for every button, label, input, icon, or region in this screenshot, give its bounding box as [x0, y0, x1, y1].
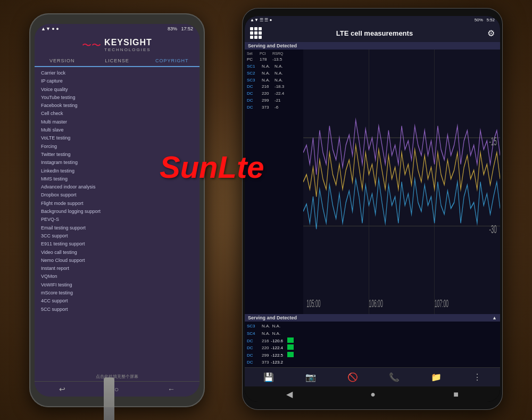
- lte-upper-section: SetPCIRSRQ PC178-13.5SC1N.A.N.A.SC2N.A.N…: [245, 50, 500, 314]
- feature-item: Multi master: [39, 118, 195, 126]
- lte-table-row: PC178-13.5: [247, 56, 301, 63]
- tab-license[interactable]: LICENSE: [89, 55, 144, 66]
- svg-text:107:00: 107:00: [435, 298, 448, 309]
- disable-icon[interactable]: 🚫: [347, 372, 358, 382]
- bottom-hint: 点击此处填充整个屏幕: [35, 372, 200, 381]
- feature-list: Carrier lockIP captureVoice qualityYouTu…: [35, 67, 200, 372]
- signal-icons: ▲▼ ● ●: [41, 26, 59, 31]
- feature-item: E911 testing support: [39, 240, 195, 248]
- lte-table2-row: DC220-122.4: [247, 344, 498, 352]
- feature-item: Multi slave: [39, 126, 195, 134]
- feature-item: Flight mode support: [39, 200, 195, 208]
- phone-icon[interactable]: 📞: [389, 372, 400, 382]
- lte-table-1: SetPCIRSRQ PC178-13.5SC1N.A.N.A.SC2N.A.N…: [245, 50, 303, 314]
- keysight-sub: TECHNOLOGIES: [104, 47, 152, 52]
- status-bar-left: ▲▼ ● ● 83% 17:52: [35, 24, 200, 34]
- recent-button-left[interactable]: ←: [168, 385, 175, 393]
- feature-item: Instant report: [39, 265, 195, 273]
- expand-icon[interactable]: ▲: [492, 315, 497, 320]
- keysight-logo: 〜〜 KEYSIGHT TECHNOLOGIES: [35, 38, 200, 52]
- keysight-text: KEYSIGHT TECHNOLOGIES: [104, 38, 152, 52]
- camera-icon[interactable]: 📷: [305, 372, 316, 382]
- feature-item: YouTube testing: [39, 94, 195, 102]
- serving-detected-header-2: Serving and Detected ▲: [245, 314, 500, 322]
- lte-main-content: Serving and Detected SetPCIRSRQ PC178-13…: [245, 42, 500, 367]
- lte-table-row: SC1N.A.N.A.: [247, 63, 301, 70]
- save-icon[interactable]: 💾: [263, 372, 274, 382]
- svg-text:106:00: 106:00: [369, 298, 383, 309]
- lte-table-2: SC3N.A.N.A.SC4N.A.N.A.DC216-120.6DC220-1…: [245, 322, 500, 367]
- keysight-header: 〜〜 KEYSIGHT TECHNOLOGIES: [35, 34, 200, 55]
- phone-right: ▲▼ ☰ ☰ ● 50% 5:52 LTE cell measurements …: [242, 8, 503, 410]
- phone-right-screen: ▲▼ ☰ ☰ ● 50% 5:52 LTE cell measurements …: [245, 16, 500, 402]
- feature-item: Email testing support: [39, 224, 195, 232]
- lte-table-row: DC373-6: [247, 104, 301, 111]
- feature-item: PEVQ-S: [39, 216, 195, 224]
- chart-area: -15 -30 105:00 106:00 107:00: [303, 50, 500, 314]
- lte-app-header: LTE cell measurements ⚙: [245, 24, 500, 42]
- folder-icon[interactable]: 📁: [431, 372, 442, 382]
- tabs-row: VERSION LICENSE COPYRIGHT: [35, 55, 200, 67]
- keysight-name: KEYSIGHT: [104, 38, 152, 47]
- svg-text:-15: -15: [489, 135, 497, 148]
- lte-table-row: DC216-18.3: [247, 84, 301, 90]
- feature-item: 3CC support: [39, 232, 195, 240]
- signal-bar: [287, 344, 294, 350]
- lte-table-row: DC299-21: [247, 97, 301, 104]
- phone-left: ▲▼ ● ● 83% 17:52 〜〜 KEYSIGHT TECHNOLOGIE…: [29, 13, 205, 407]
- feature-item: Facebook testing: [39, 102, 195, 110]
- back-right[interactable]: ◀: [286, 389, 293, 399]
- feature-item: Forcing: [39, 143, 195, 151]
- lte-table2-row: DC373-123.2: [247, 359, 498, 366]
- svg-text:105:00: 105:00: [306, 298, 320, 309]
- feature-item: Twitter testing: [39, 151, 195, 159]
- usb-cable: [104, 377, 114, 420]
- feature-item: mScore testing: [39, 289, 195, 297]
- lte-table2-row: SC3N.A.N.A.: [247, 323, 498, 330]
- settings-icon[interactable]: ⚙: [487, 28, 495, 38]
- serving-detected-header-1: Serving and Detected: [245, 42, 500, 50]
- lte-table2-row: SC4N.A.N.A.: [247, 330, 498, 337]
- feature-item: 5CC support: [39, 306, 195, 314]
- tab-version[interactable]: VERSION: [35, 55, 89, 66]
- signal-bar: [287, 337, 294, 343]
- lte-table2-row: DC299-122.5: [247, 352, 498, 359]
- svg-text:-30: -30: [489, 223, 497, 236]
- right-status-icons: ▲▼ ☰ ☰ ●: [250, 18, 272, 22]
- feature-item: LinkedIn testing: [39, 167, 195, 175]
- back-button-left[interactable]: ↩: [59, 385, 65, 393]
- keysight-wave-icon: 〜〜: [82, 39, 101, 52]
- bottom-nav-left: ↩ ○ ←: [35, 381, 200, 397]
- more-icon[interactable]: ⋮: [473, 372, 481, 382]
- battery-time-left: 83% 17:52: [168, 26, 193, 31]
- feature-item: Background logging support: [39, 208, 195, 216]
- tab-copyright[interactable]: COPYRIGHT: [145, 55, 200, 67]
- phone-left-screen: ▲▼ ● ● 83% 17:52 〜〜 KEYSIGHT TECHNOLOGIE…: [35, 24, 200, 397]
- recent-right[interactable]: ■: [453, 390, 459, 399]
- lte-table-row: DC220-22.4: [247, 90, 301, 97]
- feature-item: VoWIFI testing: [39, 281, 195, 289]
- feature-item: VoLTE testing: [39, 134, 195, 142]
- lte-table2-row: DC216-120.6: [247, 337, 498, 345]
- feature-item: Voice quality: [39, 86, 195, 94]
- right-battery-time: 50% 5:52: [475, 18, 495, 22]
- feature-item: Advanced indoor analysis: [39, 183, 195, 191]
- home-right[interactable]: ●: [370, 390, 376, 399]
- feature-item: IP capture: [39, 77, 195, 85]
- grid-menu-icon[interactable]: [250, 27, 262, 39]
- feature-item: Video call testing: [39, 249, 195, 257]
- feature-item: Instagram testing: [39, 159, 195, 167]
- signal-bar: [287, 352, 294, 357]
- home-button-left[interactable]: ○: [114, 385, 119, 393]
- feature-item: Dropbox support: [39, 191, 195, 199]
- lte-table-header: SetPCIRSRQ: [247, 51, 301, 56]
- feature-item: VQMon: [39, 273, 195, 281]
- feature-item: Nemo Cloud support: [39, 257, 195, 265]
- feature-item: 4CC support: [39, 297, 195, 305]
- feature-item: Cell check: [39, 110, 195, 118]
- lte-nav: ◀ ● ■: [245, 386, 500, 402]
- feature-item: MMS testing: [39, 175, 195, 183]
- lte-toolbar: 💾 📷 🚫 📞 📁 ⋮: [245, 367, 500, 386]
- feature-item: Carrier lock: [39, 69, 195, 77]
- lte-table-row: SC3N.A.N.A.: [247, 77, 301, 84]
